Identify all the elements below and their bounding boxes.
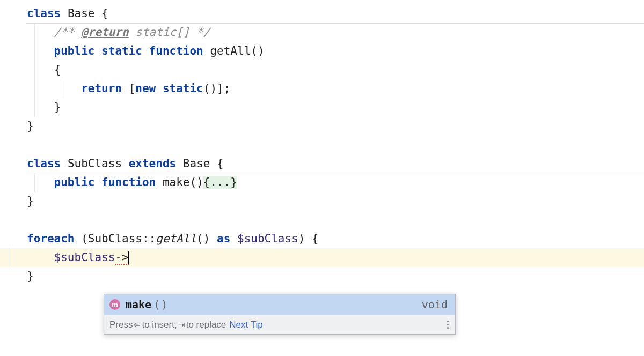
tab-key-icon: ⇥ — [178, 320, 185, 330]
keyword: public — [54, 176, 95, 189]
indent-guide — [34, 42, 35, 61]
code-line[interactable]: } — [26, 117, 644, 136]
hint-text: to replace — [186, 320, 226, 330]
text — [176, 157, 183, 170]
static-call: getAll — [156, 232, 196, 245]
code-editor[interactable]: class Base { /** @return static[] */ pub… — [0, 0, 644, 356]
code-area[interactable]: class Base { /** @return static[] */ pub… — [26, 0, 644, 286]
keyword: new — [135, 82, 156, 95]
text — [27, 26, 54, 39]
completion-item-selected[interactable]: m make () void — [104, 294, 455, 315]
text — [61, 157, 68, 170]
text-caret — [128, 251, 129, 264]
parens: () — [189, 176, 203, 189]
text — [27, 44, 54, 57]
keyword: extends — [129, 157, 177, 170]
code-line[interactable]: class Base { — [26, 0, 644, 23]
method-icon: m — [109, 299, 120, 310]
keyword: return — [81, 82, 122, 95]
class-name: Base — [68, 7, 95, 20]
more-icon[interactable] — [447, 321, 450, 329]
text: (SubClass:: — [75, 232, 156, 245]
keyword: function — [149, 44, 203, 57]
brace: } — [27, 120, 34, 132]
text — [27, 63, 54, 76]
keyword: as — [217, 232, 230, 245]
parens: () — [251, 44, 264, 57]
brace: { — [54, 63, 61, 76]
completion-name: make — [126, 298, 151, 311]
class-name: Base — [183, 157, 210, 170]
text — [27, 82, 81, 95]
keyword: class — [27, 157, 61, 170]
code-completion-popup[interactable]: m make () void Press ⏎ to insert, ⇥ to r… — [104, 294, 456, 335]
code-line[interactable]: /** @return static[] */ — [26, 23, 644, 42]
method-name: make — [163, 176, 190, 189]
text — [122, 157, 129, 170]
code-line[interactable]: } — [26, 267, 644, 286]
text — [27, 176, 54, 189]
doc-open: /** — [54, 26, 82, 39]
doc-tag: @return — [81, 26, 129, 39]
indent-guide — [34, 61, 35, 79]
text — [210, 232, 217, 245]
keyword: class — [27, 7, 61, 20]
hint-text: Press — [109, 320, 133, 330]
hint-text: to insert, — [142, 320, 177, 330]
text: ()]; — [203, 82, 231, 95]
code-line[interactable]: class SubClass extends Base { — [26, 154, 644, 173]
brace: } — [54, 101, 61, 114]
indent-guide — [9, 248, 9, 267]
brace: { — [94, 7, 108, 20]
indent-guide — [34, 98, 35, 117]
keyword: foreach — [27, 232, 75, 245]
next-tip-link[interactable]: Next Tip — [229, 320, 262, 330]
code-line[interactable] — [26, 136, 644, 154]
text — [156, 176, 163, 189]
code-line[interactable] — [26, 211, 644, 229]
code-line[interactable]: { — [26, 61, 644, 79]
text: ) { — [298, 232, 319, 245]
folded-block[interactable]: {...} — [203, 176, 237, 189]
variable: $subClass — [237, 232, 298, 245]
completion-parens: () — [153, 298, 169, 311]
function-name: getAll — [210, 44, 251, 57]
arrow: -> — [115, 251, 128, 265]
completion-hint-bar: Press ⏎ to insert, ⇥ to replace Next Tip — [104, 315, 455, 334]
doc-rest: static[] */ — [129, 26, 210, 39]
indent-guide — [34, 173, 35, 192]
icon-letter: m — [112, 301, 118, 309]
keyword: public — [54, 44, 95, 57]
text — [27, 251, 54, 264]
text — [156, 82, 163, 95]
code-line[interactable]: public function make(){...} — [26, 173, 644, 192]
parens: () — [196, 232, 210, 245]
keyword: function — [101, 176, 156, 189]
code-line[interactable]: } — [26, 192, 644, 211]
indent-guide — [34, 23, 35, 42]
enter-key-icon: ⏎ — [134, 320, 141, 330]
text — [142, 44, 149, 57]
keyword: static — [101, 44, 142, 57]
class-name: SubClass — [68, 157, 122, 170]
indent-guide — [34, 79, 35, 98]
text — [94, 176, 101, 189]
brace: } — [27, 270, 34, 283]
code-line[interactable]: public static function getAll() — [26, 42, 644, 61]
keyword: static — [163, 82, 203, 95]
brace: } — [27, 195, 34, 207]
code-line[interactable]: } — [26, 98, 644, 117]
editor-gutter — [0, 0, 26, 356]
brace: { — [210, 157, 223, 170]
indent-guide — [62, 79, 62, 98]
variable: $subClass — [54, 251, 115, 264]
text — [203, 44, 210, 57]
code-line[interactable]: foreach (SubClass::getAll() as $subClass… — [26, 229, 644, 248]
text — [61, 7, 68, 20]
code-line-active[interactable]: $subClass-> — [0, 248, 644, 267]
text — [230, 232, 237, 245]
completion-return-type: void — [422, 298, 448, 311]
code-line[interactable]: return [new static()]; — [26, 79, 644, 98]
text — [27, 101, 54, 114]
text: [ — [122, 82, 135, 95]
